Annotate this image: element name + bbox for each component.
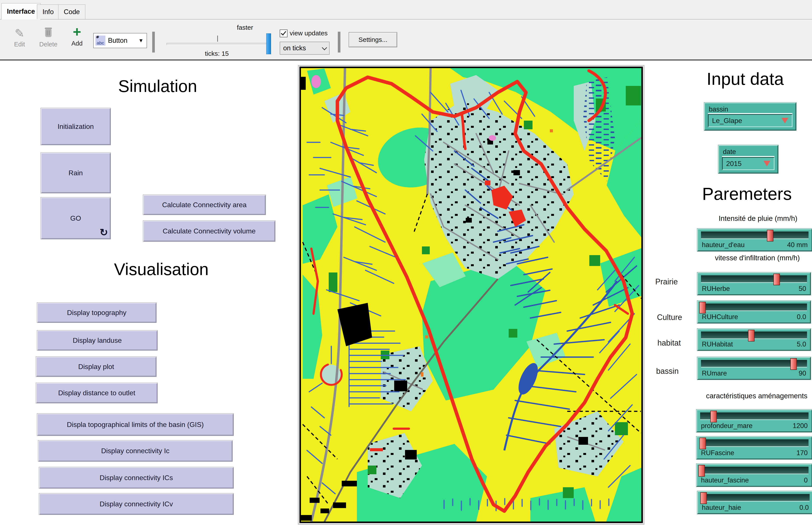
button-label: Display connectivity Ic bbox=[101, 447, 170, 455]
chevron-down-icon bbox=[322, 45, 327, 50]
display-landuse-button[interactable]: Display landuse bbox=[37, 330, 158, 350]
calc-volume-label: Calculate Connectivity volume bbox=[163, 227, 256, 235]
display-topo-limits-button[interactable]: Displa topographical limits of the basin… bbox=[37, 413, 234, 436]
netlogo-window: Interface Info Code ✎ Edit Delete + Add … bbox=[0, 0, 812, 525]
update-mode-dropdown[interactable]: on ticks bbox=[280, 42, 330, 55]
update-mode-value: on ticks bbox=[283, 44, 306, 52]
button-label: Display landuse bbox=[73, 336, 122, 345]
rufascine-slider[interactable]: RUFascine170 bbox=[696, 436, 812, 459]
slider-track[interactable] bbox=[700, 412, 809, 420]
slider-thumb[interactable] bbox=[790, 358, 797, 370]
slider-thumb[interactable] bbox=[700, 438, 706, 449]
slider-name: RUHabitat bbox=[702, 340, 733, 348]
delete-label: Delete bbox=[36, 41, 60, 48]
speed-slider-center-tick bbox=[217, 35, 218, 42]
slider-thumb[interactable] bbox=[710, 411, 717, 422]
slider-name: RUmare bbox=[702, 370, 727, 377]
checkmark-icon bbox=[281, 30, 286, 35]
amenagements-group-label: caractéristiques aménagements bbox=[700, 392, 812, 400]
ruhabitat-slider[interactable]: RUHabitat5.0 bbox=[697, 329, 811, 350]
hauteur-deau-slider[interactable]: hauteur_d'eau40 mm bbox=[697, 229, 812, 251]
go-label: GO bbox=[70, 214, 81, 222]
hauteur-haie-slider[interactable]: hauteur_haie0.0 bbox=[697, 491, 812, 514]
calc-connectivity-volume-button[interactable]: Calculate Connectivity volume bbox=[143, 221, 275, 242]
delete-button[interactable]: Delete bbox=[36, 26, 60, 48]
pencil-icon: ✎ bbox=[9, 26, 30, 40]
ruhculture-slider[interactable]: RUHCulture0.0 bbox=[697, 301, 811, 323]
display-connectivity-icv-button[interactable]: Display connectivity ICv bbox=[39, 493, 234, 515]
slider-name: RUFascine bbox=[701, 449, 734, 457]
speed-faster-label: faster bbox=[226, 24, 264, 31]
rumare-slider[interactable]: RUmare90 bbox=[697, 357, 811, 380]
button-label: Display topography bbox=[67, 309, 126, 317]
slider-value: 0.0 bbox=[799, 504, 809, 512]
slider-thumb[interactable] bbox=[699, 465, 705, 477]
ruherbe-slider[interactable]: RUHerbe50 bbox=[697, 272, 811, 295]
hauteur-fascine-slider[interactable]: hauteur_fascine0 bbox=[696, 464, 812, 486]
calc-connectivity-area-button[interactable]: Calculate Connectivity area bbox=[143, 195, 266, 215]
widget-type-dropdown[interactable]: ✱abc Button ▼ bbox=[93, 33, 147, 48]
rain-label: Rain bbox=[68, 169, 83, 177]
initialization-button[interactable]: Initialization bbox=[41, 108, 111, 145]
speed-slider-thumb[interactable] bbox=[266, 33, 271, 54]
refresh-icon: ↻ bbox=[99, 226, 108, 238]
slider-thumb[interactable] bbox=[748, 330, 754, 342]
slider-track[interactable] bbox=[700, 467, 809, 474]
button-label: Display plot bbox=[78, 363, 114, 371]
edit-button[interactable]: ✎ Edit bbox=[9, 26, 30, 48]
slider-name: hauteur_fascine bbox=[701, 476, 749, 484]
date-chooser[interactable]: date 2015 bbox=[718, 145, 778, 173]
button-label: Displa topographical limits of the basin… bbox=[67, 421, 203, 429]
display-connectivity-ics-button[interactable]: Display connectivity ICs bbox=[39, 467, 234, 489]
slider-name: hauteur_d'eau bbox=[702, 241, 745, 249]
display-distance-outlet-button[interactable]: Display distance to outlet bbox=[36, 383, 158, 403]
slider-track[interactable] bbox=[701, 231, 809, 239]
slider-track[interactable] bbox=[701, 331, 807, 339]
slider-track[interactable] bbox=[701, 494, 810, 501]
tab-code[interactable]: Code bbox=[58, 4, 86, 19]
initialization-label: Initialization bbox=[58, 123, 94, 131]
world-view[interactable] bbox=[301, 68, 641, 522]
slider-thumb[interactable] bbox=[699, 302, 706, 314]
tab-info[interactable]: Info bbox=[37, 4, 59, 19]
slider-value: 90 bbox=[799, 370, 806, 377]
go-button[interactable]: GO ↻ bbox=[41, 197, 111, 239]
simulation-heading: Simulation bbox=[82, 76, 233, 96]
display-topography-button[interactable]: Display topography bbox=[37, 302, 156, 323]
add-button[interactable]: + Add bbox=[67, 25, 87, 47]
view-updates-label: view updates bbox=[290, 30, 327, 37]
display-connectivity-ic-button[interactable]: Display connectivity Ic bbox=[38, 440, 233, 462]
slider-thumb[interactable] bbox=[773, 273, 780, 285]
view-updates-checkbox[interactable] bbox=[280, 30, 288, 37]
chooser-name: bassin bbox=[705, 103, 796, 113]
slider-track[interactable] bbox=[700, 439, 809, 447]
parameters-heading: Paremeters bbox=[682, 184, 812, 204]
bassin-chooser[interactable]: bassin Le_Glape bbox=[704, 103, 796, 130]
slider-value: 170 bbox=[796, 449, 808, 457]
side-label-culture: Culture bbox=[657, 313, 689, 322]
date-chooser-field[interactable]: 2015 bbox=[722, 157, 775, 170]
display-plot-button[interactable]: Display plot bbox=[36, 357, 156, 377]
chooser-value: Le_Glape bbox=[712, 117, 742, 125]
slider-thumb[interactable] bbox=[767, 230, 773, 241]
slider-track[interactable] bbox=[701, 360, 807, 368]
trash-icon bbox=[36, 26, 60, 40]
settings-button[interactable]: Settings... bbox=[349, 32, 397, 47]
slider-thumb[interactable] bbox=[700, 492, 707, 504]
dropdown-arrow-icon: ▼ bbox=[138, 38, 143, 44]
speed-slider-track[interactable] bbox=[167, 43, 270, 45]
button-label: Display connectivity ICv bbox=[100, 500, 173, 508]
visualisation-heading: Visualisation bbox=[86, 259, 237, 279]
profondeur-mare-slider[interactable]: profondeur_mare1200 bbox=[696, 409, 812, 432]
settings-label: Settings... bbox=[358, 36, 387, 43]
slider-track[interactable] bbox=[701, 303, 807, 311]
bassin-chooser-field[interactable]: Le_Glape bbox=[708, 114, 793, 127]
tab-interface[interactable]: Interface bbox=[1, 3, 41, 19]
side-label-prairie: Prairie bbox=[655, 277, 679, 286]
slider-value: 0.0 bbox=[797, 313, 806, 321]
chooser-value: 2015 bbox=[726, 160, 741, 168]
slider-track[interactable] bbox=[701, 275, 807, 283]
rain-button[interactable]: Rain bbox=[41, 152, 111, 193]
rain-intensity-group-label: Intensité de pluie (mm/h) bbox=[702, 214, 812, 223]
slider-name: RUHerbe bbox=[702, 285, 730, 292]
